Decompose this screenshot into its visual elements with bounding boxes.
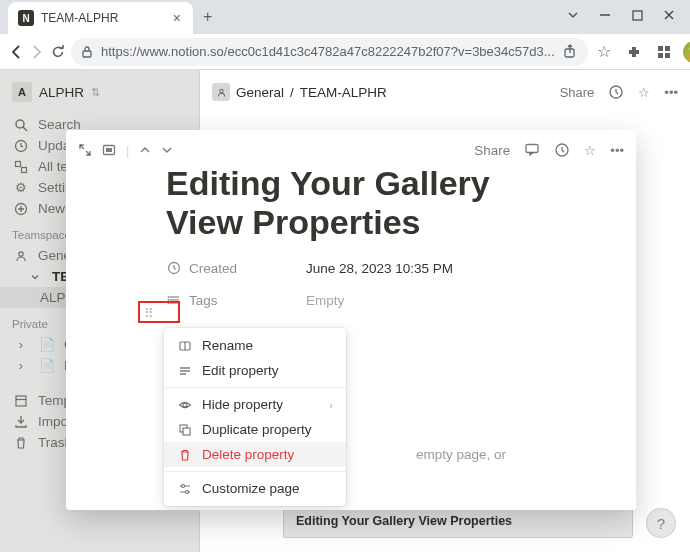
help-button[interactable]: ?	[646, 508, 676, 538]
chevron-right-icon: ›	[12, 358, 30, 373]
comments-icon[interactable]	[524, 142, 540, 158]
svg-rect-4	[658, 46, 663, 51]
page-modal: | Share ☆ ••• Editing Y	[66, 130, 636, 510]
menu-divider	[164, 471, 346, 472]
duplicate-icon	[177, 423, 193, 437]
eye-icon	[177, 398, 193, 412]
menu-rename[interactable]: Rename	[164, 333, 346, 358]
svg-rect-11	[16, 161, 21, 166]
svg-point-44	[186, 490, 189, 493]
chevron-right-icon: ›	[12, 337, 30, 352]
reload-button[interactable]	[50, 38, 66, 66]
edit-icon	[177, 364, 193, 378]
close-window-icon[interactable]	[662, 8, 676, 22]
favorite-icon[interactable]: ☆	[584, 143, 596, 158]
next-page-icon[interactable]	[161, 144, 173, 156]
page-title[interactable]: Editing Your Gallery View Properties	[166, 170, 536, 242]
workspace-switcher[interactable]: A ALPHR ⇅	[0, 78, 199, 106]
svg-point-14	[19, 251, 23, 255]
svg-rect-20	[106, 148, 112, 152]
chevron-down-icon[interactable]	[566, 8, 580, 22]
workspace-name: ALPHR	[39, 85, 84, 100]
updates-icon[interactable]	[608, 84, 624, 100]
prev-page-icon[interactable]	[139, 144, 151, 156]
app-icon[interactable]	[653, 41, 675, 63]
team-icon	[12, 249, 30, 263]
svg-rect-40	[183, 428, 190, 435]
clock-icon	[166, 261, 182, 275]
workspace-icon: A	[12, 82, 32, 102]
svg-point-17	[219, 89, 222, 92]
svg-rect-1	[633, 11, 642, 20]
expand-icon[interactable]	[78, 143, 92, 157]
svg-rect-5	[665, 46, 670, 51]
menu-customize-page[interactable]: Customize page	[164, 476, 346, 501]
svg-point-8	[16, 120, 24, 128]
menu-delete-property[interactable]: Delete property	[164, 442, 346, 467]
svg-rect-21	[526, 145, 538, 153]
back-button[interactable]	[8, 38, 24, 66]
property-value: Empty	[306, 293, 344, 308]
browser-tab[interactable]: N TEAM-ALPHR ×	[8, 2, 193, 34]
menu-divider	[164, 387, 346, 388]
menu-edit-property[interactable]: Edit property	[164, 358, 346, 383]
gear-icon: ⚙	[12, 180, 30, 195]
svg-point-38	[183, 403, 187, 407]
svg-point-43	[182, 484, 185, 487]
breadcrumb-parent[interactable]: General	[236, 85, 284, 100]
svg-rect-7	[665, 53, 670, 58]
peek-mode-icon[interactable]	[102, 143, 116, 157]
team-icon	[212, 83, 230, 101]
tab-title: TEAM-ALPHR	[41, 11, 164, 25]
drag-dots-icon: ⠿	[144, 306, 154, 321]
property-label: Created	[189, 261, 237, 276]
import-icon	[12, 415, 30, 429]
extensions-icon[interactable]	[623, 41, 645, 63]
maximize-window-icon[interactable]	[630, 8, 644, 22]
svg-rect-15	[16, 396, 26, 406]
updates-icon[interactable]	[554, 142, 570, 158]
page-icon: 📄	[38, 358, 56, 373]
more-icon[interactable]: •••	[664, 85, 678, 100]
url-text: https://www.notion.so/ecc0c1d41c3c4782a4…	[101, 44, 555, 59]
trash-icon	[177, 448, 193, 462]
more-icon[interactable]: •••	[610, 143, 624, 158]
chevron-updown-icon: ⇅	[91, 86, 100, 99]
plus-circle-icon	[12, 202, 30, 216]
property-label: Tags	[189, 293, 218, 308]
svg-line-9	[23, 127, 27, 131]
menu-hide-property[interactable]: Hide property ›	[164, 392, 346, 417]
rename-icon	[177, 339, 193, 353]
property-value: June 28, 2023 10:35 PM	[306, 261, 453, 276]
page-icon: 📄	[38, 337, 56, 352]
profile-avatar[interactable]: 🌱	[683, 41, 690, 63]
property-created[interactable]: Created June 28, 2023 10:35 PM	[166, 252, 536, 284]
breadcrumb-current[interactable]: TEAM-ALPHR	[300, 85, 387, 100]
teamspaces-icon	[12, 160, 30, 174]
menu-duplicate-property[interactable]: Duplicate property	[164, 417, 346, 442]
search-icon	[12, 118, 30, 132]
minimize-window-icon[interactable]	[598, 8, 612, 22]
forward-button[interactable]	[29, 38, 45, 66]
breadcrumb[interactable]: General / TEAM-ALPHR	[212, 83, 560, 101]
share-button[interactable]: Share	[560, 85, 595, 100]
drag-handle[interactable]: ⠿	[144, 306, 154, 321]
favorite-icon[interactable]: ☆	[638, 85, 650, 100]
share-page-icon[interactable]	[563, 44, 578, 59]
chevron-down-icon	[26, 272, 44, 282]
svg-rect-6	[658, 53, 663, 58]
modal-share-button[interactable]: Share	[474, 143, 510, 158]
chevron-right-icon: ›	[329, 399, 333, 411]
clock-icon	[12, 139, 30, 153]
templates-icon	[12, 394, 30, 408]
close-tab-icon[interactable]: ×	[171, 10, 183, 26]
svg-point-27	[168, 296, 170, 298]
trash-icon	[12, 436, 30, 450]
star-icon[interactable]: ☆	[593, 41, 615, 63]
address-bar[interactable]: https://www.notion.so/ecc0c1d41c3c4782a4…	[71, 38, 588, 66]
property-context-menu: Rename Edit property Hide property ›	[164, 328, 346, 506]
property-tags[interactable]: Tags Empty	[166, 284, 536, 316]
svg-rect-2	[83, 51, 91, 57]
new-tab-button[interactable]: +	[193, 0, 222, 34]
sliders-icon	[177, 482, 193, 496]
